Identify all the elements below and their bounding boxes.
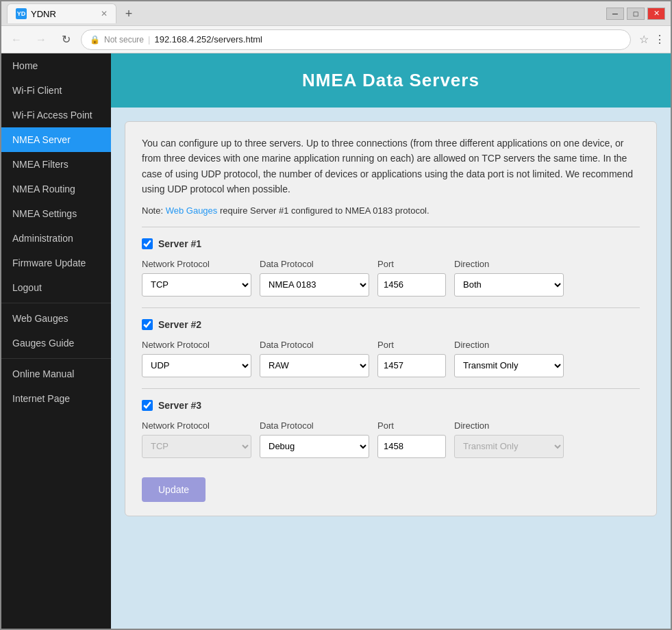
server-2-header: Server #2 xyxy=(142,319,640,330)
sidebar-item-gauges-guide[interactable]: Gauges Guide xyxy=(1,331,111,355)
server-1-data-protocol-group: Data Protocol NMEA 0183 NMEA 2000 RAW De… xyxy=(260,259,369,297)
server-2-data-protocol-label: Data Protocol xyxy=(260,340,369,350)
url-text: 192.168.4.252/servers.html xyxy=(154,34,622,45)
forward-button[interactable]: → xyxy=(32,30,51,49)
server-3-data-protocol-label: Data Protocol xyxy=(260,420,369,431)
tab-title: YDNR xyxy=(31,9,56,19)
browser-window: YD YDNR ✕ + ─ □ ✕ ← → ↻ 🔒 Not secure | 1… xyxy=(0,0,672,630)
server-2-direction-group: Direction Both Transmit Only Receive Onl… xyxy=(454,340,564,377)
server-1-direction-group: Direction Both Transmit Only Receive Onl… xyxy=(454,259,564,297)
server-3-header: Server #3 xyxy=(142,400,640,411)
browser-menu-button[interactable]: ⋮ xyxy=(654,33,665,46)
server-2-port-input[interactable] xyxy=(377,354,446,377)
server-3-direction-select[interactable]: Both Transmit Only Receive Only xyxy=(454,435,564,458)
server-3-network-protocol-select[interactable]: TCP UDP xyxy=(142,435,251,458)
server-3-direction-label: Direction xyxy=(454,420,564,431)
server-3-section: Server #3 Network Protocol TCP UDP xyxy=(142,400,640,458)
server-2-section: Server #2 Network Protocol TCP UDP xyxy=(142,319,640,377)
server-2-label: Server #2 xyxy=(158,319,201,330)
server-3-label: Server #3 xyxy=(158,400,201,411)
server-1-network-protocol-group: Network Protocol TCP UDP xyxy=(142,259,251,297)
sidebar-item-nmea-server[interactable]: NMEA Server xyxy=(1,127,111,152)
tab-area: YD YDNR ✕ + xyxy=(7,3,603,23)
server-1-port-input[interactable] xyxy=(377,273,446,297)
info-box: You can configure up to three servers. U… xyxy=(125,121,657,516)
new-tab-button[interactable]: + xyxy=(119,4,138,23)
server-2-checkbox[interactable] xyxy=(142,319,153,330)
sidebar-item-firmware-update[interactable]: Firmware Update xyxy=(1,251,111,275)
server-1-direction-label: Direction xyxy=(454,259,564,269)
server-3-direction-group: Direction Both Transmit Only Receive Onl… xyxy=(454,420,564,458)
url-separator: | xyxy=(148,34,150,45)
server-1-network-protocol-select[interactable]: TCP UDP xyxy=(142,273,251,297)
server-2-network-protocol-select[interactable]: TCP UDP xyxy=(142,354,251,377)
server-3-fields: Network Protocol TCP UDP Data Protocol N… xyxy=(142,420,640,458)
server-2-data-protocol-group: Data Protocol NMEA 0183 NMEA 2000 RAW De… xyxy=(260,340,369,377)
url-bar[interactable]: 🔒 Not secure | 192.168.4.252/servers.htm… xyxy=(81,29,631,50)
tab-favicon: YD xyxy=(16,8,27,19)
server-2-data-protocol-select[interactable]: NMEA 0183 NMEA 2000 RAW Debug xyxy=(260,354,369,377)
web-gauges-link[interactable]: Web Gauges xyxy=(166,205,218,216)
sidebar-item-wifi-client[interactable]: Wi-Fi Client xyxy=(1,78,111,103)
sidebar-item-administration[interactable]: Administration xyxy=(1,226,111,251)
server-1-port-label: Port xyxy=(377,259,446,269)
description-text: You can configure up to three servers. U… xyxy=(142,136,640,197)
note-text: Note: Web Gauges require Server #1 confi… xyxy=(142,205,640,216)
sidebar-item-wifi-ap[interactable]: Wi-Fi Access Point xyxy=(1,103,111,127)
divider-3 xyxy=(142,388,640,389)
browser-content: Home Wi-Fi Client Wi-Fi Access Point NME… xyxy=(1,53,671,629)
bookmark-button[interactable]: ☆ xyxy=(639,33,649,46)
sidebar-item-online-manual[interactable]: Online Manual xyxy=(1,362,111,386)
server-3-data-protocol-select[interactable]: NMEA 0183 NMEA 2000 RAW Debug xyxy=(260,435,369,458)
server-2-network-protocol-group: Network Protocol TCP UDP xyxy=(142,340,251,377)
server-1-checkbox[interactable] xyxy=(142,238,153,249)
server-1-direction-select[interactable]: Both Transmit Only Receive Only xyxy=(454,273,564,297)
back-button[interactable]: ← xyxy=(7,30,26,49)
update-button[interactable]: Update xyxy=(142,477,206,502)
sidebar: Home Wi-Fi Client Wi-Fi Access Point NME… xyxy=(1,53,111,629)
main-content: NMEA Data Servers You can configure up t… xyxy=(111,53,671,629)
server-3-port-input[interactable] xyxy=(377,435,446,458)
server-2-port-group: Port xyxy=(377,340,446,377)
lock-icon: 🔒 xyxy=(90,35,100,45)
server-1-header: Server #1 xyxy=(142,238,640,249)
sidebar-item-home[interactable]: Home xyxy=(1,53,111,78)
close-tab-button[interactable]: ✕ xyxy=(101,9,108,18)
server-1-port-group: Port xyxy=(377,259,446,297)
window-controls: ─ □ ✕ xyxy=(606,8,665,20)
server-3-data-protocol-group: Data Protocol NMEA 0183 NMEA 2000 RAW De… xyxy=(260,420,369,458)
browser-tab[interactable]: YD YDNR ✕ xyxy=(7,3,116,23)
server-1-data-protocol-label: Data Protocol xyxy=(260,259,369,269)
note-suffix: require Server #1 configured to NMEA 018… xyxy=(217,205,429,216)
server-2-direction-label: Direction xyxy=(454,340,564,350)
address-bar: ← → ↻ 🔒 Not secure | 192.168.4.252/serve… xyxy=(1,26,671,53)
server-3-network-protocol-group: Network Protocol TCP UDP xyxy=(142,420,251,458)
page-header: NMEA Data Servers xyxy=(111,53,671,108)
divider-2 xyxy=(142,307,640,308)
server-3-network-protocol-label: Network Protocol xyxy=(142,420,251,431)
not-secure-label: Not secure xyxy=(104,35,144,45)
server-2-network-protocol-label: Network Protocol xyxy=(142,340,251,350)
server-2-fields: Network Protocol TCP UDP Data Protocol N… xyxy=(142,340,640,377)
sidebar-item-logout[interactable]: Logout xyxy=(1,275,111,300)
divider-1 xyxy=(142,227,640,227)
sidebar-item-internet-page[interactable]: Internet Page xyxy=(1,386,111,411)
sidebar-item-nmea-settings[interactable]: NMEA Settings xyxy=(1,201,111,226)
content-area: You can configure up to three servers. U… xyxy=(111,108,671,530)
title-bar: YD YDNR ✕ + ─ □ ✕ xyxy=(1,1,671,26)
close-button[interactable]: ✕ xyxy=(647,8,665,20)
server-2-direction-select[interactable]: Both Transmit Only Receive Only xyxy=(454,354,564,377)
sidebar-item-nmea-routing[interactable]: NMEA Routing xyxy=(1,177,111,201)
server-1-data-protocol-select[interactable]: NMEA 0183 NMEA 2000 RAW Debug xyxy=(260,273,369,297)
maximize-button[interactable]: □ xyxy=(627,8,645,20)
server-1-section: Server #1 Network Protocol TCP UDP xyxy=(142,238,640,297)
sidebar-item-nmea-filters[interactable]: NMEA Filters xyxy=(1,152,111,177)
server-3-checkbox[interactable] xyxy=(142,400,153,411)
server-1-network-protocol-label: Network Protocol xyxy=(142,259,251,269)
note-prefix: Note: xyxy=(142,205,166,216)
server-3-port-group: Port xyxy=(377,420,446,458)
sidebar-item-web-gauges[interactable]: Web Gauges xyxy=(1,306,111,331)
minimize-button[interactable]: ─ xyxy=(606,8,624,20)
refresh-button[interactable]: ↻ xyxy=(56,30,75,49)
server-3-port-label: Port xyxy=(377,420,446,431)
